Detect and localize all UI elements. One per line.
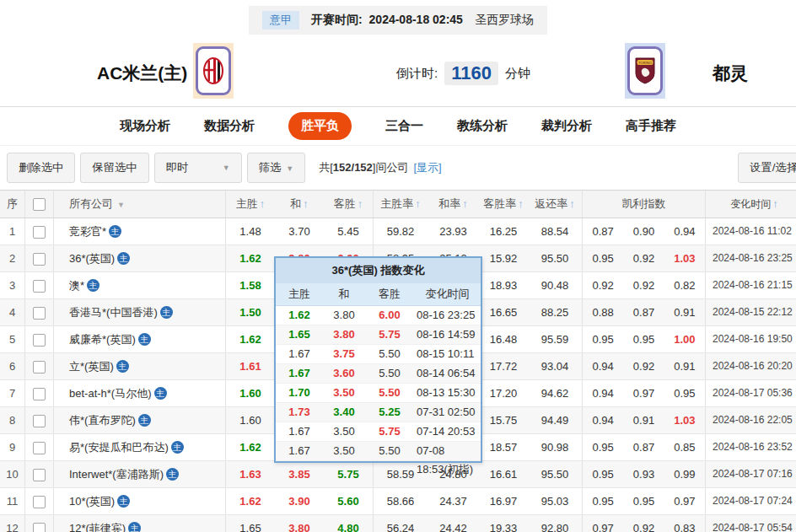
row-checkbox[interactable] [33, 469, 46, 481]
home-rate-cell: 56.24 [374, 515, 428, 532]
header-payout[interactable]: 返还率↑ [528, 191, 583, 218]
row-checkbox[interactable] [33, 523, 46, 532]
company-cell[interactable]: 竞彩官*主 [54, 218, 226, 245]
company-cell[interactable]: 香港马*(中国香港)主 [54, 299, 226, 325]
kelly-away: 0.94 [664, 218, 705, 245]
sort-asc-icon: ↑ [260, 197, 266, 210]
tab-referee-analysis[interactable]: 裁判分析 [541, 118, 592, 134]
home-odds-cell[interactable]: 1.48 [226, 218, 275, 245]
away-team-logo: TORINO [625, 43, 665, 99]
popup-draw-odds: 3.40 [323, 403, 365, 422]
tab-data-analysis[interactable]: 数据分析 [204, 118, 255, 134]
home-odds-cell[interactable]: 1.62 [226, 326, 275, 352]
popup-row: 1.67 3.75 5.50 08-15 10:11 [276, 345, 481, 364]
tab-expert-picks[interactable]: 高手推荐 [626, 118, 676, 134]
tab-live-analysis[interactable]: 现场分析 [120, 118, 170, 134]
kelly-draw: 0.92 [623, 515, 664, 532]
payout-cell: 93.04 [528, 353, 583, 379]
home-odds-cell[interactable]: 1.62 [226, 434, 275, 460]
show-link[interactable]: [显示] [413, 160, 441, 175]
home-odds-cell[interactable]: 1.63 [226, 461, 275, 487]
away-odds-cell[interactable]: 4.80 [324, 515, 374, 532]
settings-button[interactable]: 设置/选择 [738, 153, 796, 183]
home-odds-cell[interactable]: 1.61 [226, 353, 275, 379]
home-mark-icon: 主 [87, 279, 100, 292]
venue: 圣西罗球场 [475, 13, 534, 28]
tab-three-in-one[interactable]: 三合一 [385, 118, 423, 134]
sort-asc-icon: ↑ [462, 197, 468, 210]
popup-home-odds: 1.65 [276, 325, 323, 344]
row-checkbox[interactable] [33, 226, 46, 239]
header-home-odds[interactable]: 主胜↑ [226, 191, 275, 218]
home-odds-cell[interactable]: 1.58 [226, 272, 275, 298]
header-draw-rate[interactable]: 和率↑ [428, 191, 479, 218]
row-checkbox[interactable] [33, 334, 46, 347]
row-checkbox-cell [25, 299, 54, 325]
row-checkbox[interactable] [33, 280, 46, 293]
league-badge[interactable]: 意甲 [262, 11, 299, 30]
home-odds-cell[interactable]: 1.50 [226, 299, 275, 325]
tab-coach-analysis[interactable]: 教练分析 [457, 118, 508, 134]
home-odds-cell[interactable]: 1.60 [226, 380, 275, 406]
home-odds-cell[interactable]: 1.62 [226, 488, 275, 514]
row-checkbox[interactable] [33, 307, 46, 320]
row-seq: 8 [0, 407, 25, 433]
home-mark-icon: 主 [160, 306, 173, 319]
header-home-rate[interactable]: 主胜率↑ [374, 191, 428, 218]
kelly-draw: 0.90 [623, 218, 664, 245]
row-checkbox[interactable] [33, 253, 46, 266]
tab-win-draw-lose[interactable]: 胜平负 [288, 112, 352, 140]
row-checkbox[interactable] [33, 388, 46, 400]
header-away-rate[interactable]: 客胜率↑ [479, 191, 528, 218]
kelly-home: 0.94 [583, 407, 623, 433]
away-team-name: 都灵 [713, 62, 748, 85]
company-cell[interactable]: bet-at-h*(马尔他)主 [54, 380, 226, 406]
odds-mode-select[interactable]: 即时▼ [154, 153, 242, 183]
company-cell[interactable]: 12*(菲律宾)主 [54, 515, 226, 532]
home-mark-icon: 主 [154, 387, 167, 400]
kelly-home: 0.87 [583, 218, 623, 245]
popup-away-odds: 5.50 [365, 345, 414, 363]
row-checkbox-cell [25, 218, 54, 245]
filter-button[interactable]: 筛选▼ [247, 153, 306, 183]
row-checkbox[interactable] [33, 496, 46, 508]
company-cell[interactable]: 易*(安提瓜和巴布达)主 [54, 434, 226, 460]
header-change-time[interactable]: 变化时间↑ [706, 191, 796, 218]
away-odds-cell[interactable]: 5.75 [324, 461, 374, 487]
company-cell[interactable]: 伟*(直布罗陀)主 [54, 407, 226, 433]
row-seq: 1 [0, 218, 25, 245]
kelly-draw: 0.92 [623, 272, 664, 298]
row-checkbox[interactable] [33, 442, 46, 454]
home-odds-cell[interactable]: 1.60 [226, 407, 275, 433]
away-rate-cell: 16.48 [479, 326, 528, 352]
draw-odds-cell[interactable]: 3.80 [275, 515, 324, 532]
away-rate-cell: 17.72 [479, 353, 528, 379]
company-cell[interactable]: 10*(英国)主 [54, 488, 226, 514]
company-cell[interactable]: Interwet*(塞浦路斯)主 [54, 461, 226, 487]
kelly-away: 0.82 [664, 272, 705, 298]
delete-selected-button[interactable]: 删除选中 [7, 153, 75, 183]
home-mark-icon: 主 [116, 360, 129, 373]
row-checkbox[interactable] [33, 361, 46, 373]
header-company[interactable]: 所有公司▼ [54, 191, 226, 218]
keep-selected-button[interactable]: 保留选中 [80, 153, 148, 183]
company-name: Interwet*(塞浦路斯) [69, 468, 164, 481]
home-odds-cell[interactable]: 1.62 [226, 245, 275, 271]
draw-odds-cell[interactable]: 3.90 [275, 488, 324, 514]
company-cell[interactable]: 威廉希*(英国)主 [54, 326, 226, 352]
select-all-checkbox[interactable] [33, 198, 46, 211]
kelly-cell: 0.94 0.91 1.03 [583, 407, 706, 433]
header-draw-odds[interactable]: 和↑ [275, 191, 324, 218]
home-odds-cell[interactable]: 1.65 [226, 515, 275, 532]
draw-odds-cell[interactable]: 3.85 [275, 461, 324, 487]
company-cell[interactable]: 立*(英国)主 [54, 353, 226, 379]
kelly-home: 0.88 [583, 299, 623, 325]
company-cell[interactable]: 澳*主 [54, 272, 226, 298]
header-away-odds[interactable]: 客胜↑ [324, 191, 374, 218]
away-odds-cell[interactable]: 5.60 [324, 488, 374, 514]
row-checkbox[interactable] [33, 415, 46, 427]
company-cell[interactable]: 36*(英国)主 [54, 245, 226, 271]
draw-odds-cell[interactable]: 3.70 [275, 218, 324, 245]
popup-home-odds: 1.73 [276, 403, 323, 422]
away-odds-cell[interactable]: 5.45 [324, 218, 374, 245]
